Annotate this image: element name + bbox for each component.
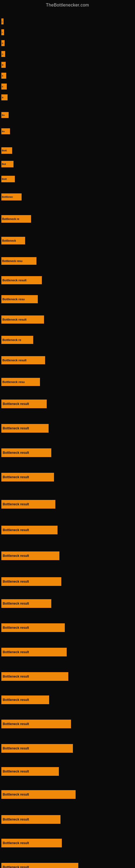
bar-26: Bottleneck result xyxy=(1,448,51,457)
bar-label-40: Bottleneck result xyxy=(3,793,29,796)
bar-label-43: Bottleneck result xyxy=(3,865,29,868)
bar-3: E xyxy=(1,40,5,46)
bar-label-32: Bottleneck result xyxy=(3,601,29,606)
bar-label-24: Bottleneck result xyxy=(3,402,29,406)
bar-35: Bottleneck result xyxy=(1,672,68,681)
bar-27: Bottleneck result xyxy=(1,473,54,482)
bar-label-31: Bottleneck result xyxy=(3,580,29,584)
bar-31: Bottleneck result xyxy=(1,577,61,586)
bar-label-23: Bottleneck resu xyxy=(2,380,25,383)
bar-18: Bottleneck result xyxy=(1,276,42,284)
bar-34: Bottleneck result xyxy=(1,648,67,656)
bar-label-35: Bottleneck result xyxy=(3,675,29,678)
bar-11: Bott xyxy=(1,147,12,154)
bar-33: Bottleneck result xyxy=(1,623,65,632)
bar-4: n xyxy=(1,51,5,57)
bar-1: | xyxy=(1,19,3,24)
bar-36: Bottleneck result xyxy=(1,695,49,704)
bar-label-7: E xyxy=(2,86,3,88)
bar-38: Bottleneck result xyxy=(1,744,73,753)
bar-20: Bottleneck result xyxy=(1,315,44,323)
bar-15: Bottleneck re xyxy=(1,215,31,223)
bar-41: Bottleneck result xyxy=(1,815,60,824)
bar-29: Bottleneck result xyxy=(1,526,57,534)
bar-40: Bottleneck result xyxy=(1,790,76,799)
bar-2: r xyxy=(1,29,4,35)
bar-32: Bottleneck result xyxy=(1,599,51,608)
bar-13: Bott xyxy=(1,176,15,182)
bar-9: Bo xyxy=(1,112,9,118)
bar-16: Bottleneck xyxy=(1,237,25,244)
bar-label-2: r xyxy=(2,31,3,34)
bar-7: E xyxy=(1,84,7,90)
bar-label-25: Bottleneck result xyxy=(3,426,29,430)
bar-label-28: Bottleneck result xyxy=(3,502,29,506)
bar-label-17: Bottleneck resu xyxy=(2,259,22,262)
bar-label-34: Bottleneck result xyxy=(3,650,29,654)
bar-label-1: | xyxy=(2,20,2,23)
bar-label-19: Bottleneck resu xyxy=(2,298,25,301)
bar-label-22: Bottleneck result xyxy=(2,359,27,362)
bar-23: Bottleneck resu xyxy=(1,378,40,386)
bar-12: Bot xyxy=(1,161,13,167)
bar-label-10: Bo xyxy=(2,130,5,133)
bar-label-14: Bottlenec xyxy=(2,195,13,198)
bar-label-39: Bottleneck result xyxy=(3,770,29,773)
bar-label-8: B xyxy=(2,96,3,99)
bar-21: Bottleneck re xyxy=(1,336,33,344)
bar-37: Bottleneck result xyxy=(1,720,71,728)
page-content: | r E n B E E B Bo Bo Bott Bot B xyxy=(0,9,135,868)
bar-label-6: E xyxy=(2,74,3,77)
bar-label-4: n xyxy=(2,53,3,55)
site-title: TheBottlenecker.com xyxy=(0,0,135,9)
bar-43: Bottleneck result xyxy=(1,863,78,868)
bar-10: Bo xyxy=(1,128,10,134)
site-header: TheBottlenecker.com xyxy=(0,0,135,9)
bar-label-29: Bottleneck result xyxy=(3,528,29,532)
bar-label-3: E xyxy=(2,42,3,44)
bar-label-38: Bottleneck result xyxy=(3,746,29,750)
bar-label-36: Bottleneck result xyxy=(3,698,29,702)
bar-label-21: Bottleneck re xyxy=(2,338,21,341)
bar-8: B xyxy=(1,94,8,100)
bar-label-9: Bo xyxy=(2,114,5,116)
bar-39: Bottleneck result xyxy=(1,767,59,776)
bar-17: Bottleneck resu xyxy=(1,257,37,265)
bar-label-15: Bottleneck re xyxy=(2,218,19,220)
bar-label-5: B xyxy=(2,64,3,66)
bar-label-41: Bottleneck result xyxy=(3,817,29,822)
bar-label-27: Bottleneck result xyxy=(3,475,29,479)
bar-19: Bottleneck resu xyxy=(1,295,38,303)
bar-5: B xyxy=(1,62,6,68)
bar-42: Bottleneck result xyxy=(1,839,62,847)
bar-label-11: Bott xyxy=(2,149,7,152)
bar-30: Bottleneck result xyxy=(1,552,59,560)
bar-label-42: Bottleneck result xyxy=(3,841,29,845)
bar-22: Bottleneck result xyxy=(1,356,45,364)
bar-label-33: Bottleneck result xyxy=(3,626,29,629)
bar-6: E xyxy=(1,73,6,79)
bar-label-37: Bottleneck result xyxy=(3,722,29,726)
bar-25: Bottleneck result xyxy=(1,424,49,433)
bar-label-12: Bot xyxy=(2,163,6,165)
bar-label-13: Bott xyxy=(2,178,7,180)
bar-label-26: Bottleneck result xyxy=(3,451,29,455)
bar-28: Bottleneck result xyxy=(1,500,55,508)
bar-24: Bottleneck result xyxy=(1,400,47,408)
bar-label-20: Bottleneck result xyxy=(2,318,27,321)
bar-label-30: Bottleneck result xyxy=(3,554,29,558)
bar-label-16: Bottleneck xyxy=(2,239,16,242)
bar-label-18: Bottleneck result xyxy=(2,279,27,282)
bar-14: Bottlenec xyxy=(1,193,21,200)
